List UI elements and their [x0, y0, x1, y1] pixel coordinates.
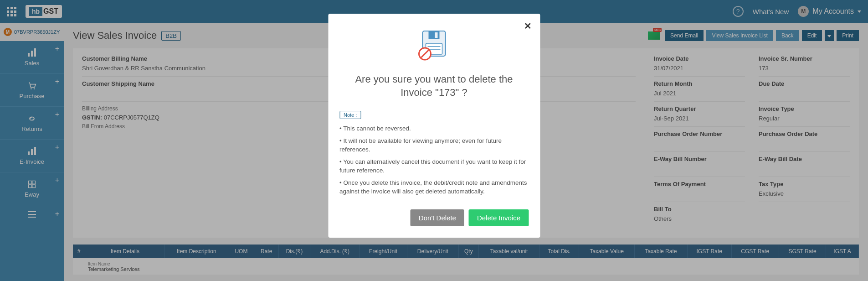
svg-rect-16: [429, 31, 440, 39]
dont-delete-button[interactable]: Don't Delete: [411, 209, 464, 226]
note-badge: Note :: [339, 111, 361, 119]
delete-confirm-modal: ✕ Are you sure you want to delete the In…: [328, 14, 540, 238]
delete-invoice-button[interactable]: Delete Invoice: [469, 209, 529, 226]
close-icon[interactable]: ✕: [524, 21, 532, 31]
svg-rect-17: [435, 32, 438, 38]
note-item: • This cannot be reversed.: [339, 125, 529, 133]
note-item: • You can alternatively cancel this docu…: [339, 158, 529, 175]
note-item: • Once you delete this invoice, the debi…: [339, 179, 529, 196]
save-forbidden-icon: [416, 27, 452, 64]
note-item: • It will not be available for viewing a…: [339, 137, 529, 154]
modal-title: Are you sure you want to delete the Invo…: [339, 73, 529, 99]
